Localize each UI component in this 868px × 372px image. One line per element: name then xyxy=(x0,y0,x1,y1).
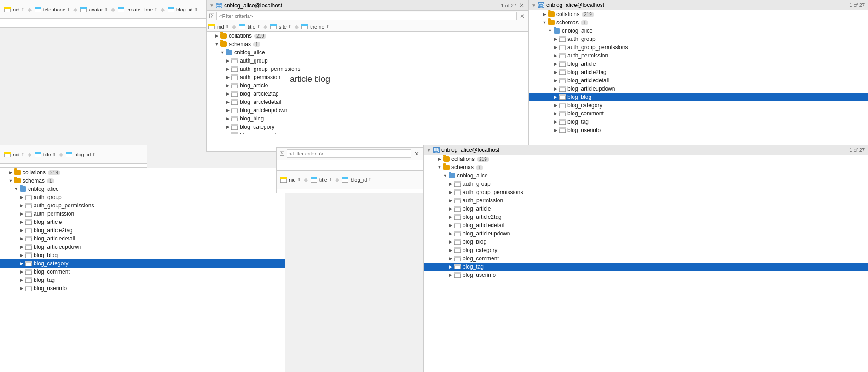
tree-item-blog-blog[interactable]: ▶ blog_blog xyxy=(207,114,528,123)
tr-collations[interactable]: ▶ collations 219 xyxy=(529,10,868,18)
tr-auth-permission[interactable]: ▶ auth_permission xyxy=(529,52,868,60)
br-blog-article[interactable]: ▶ blog_article xyxy=(424,205,868,213)
cnblog-alice-icon xyxy=(226,50,232,55)
col-avatar: avatar ⬆ xyxy=(80,7,108,12)
br-blog-article2tag[interactable]: ▶ blog_article2tag xyxy=(424,213,868,221)
tree-item-blog-articledetail[interactable]: ▶ blog_articledetail xyxy=(207,98,528,106)
tr-cnblog-alice[interactable]: ▼ cnblog_alice xyxy=(529,27,868,35)
bl-col-nid-sort[interactable]: ⬆ xyxy=(21,152,25,157)
tree-item-auth-group[interactable]: ▶ auth_group xyxy=(207,57,528,65)
bm-col-blogid-sort[interactable]: ⬆ xyxy=(368,177,372,182)
br-blog-category[interactable]: ▶ blog_category xyxy=(424,246,868,254)
bl-col-blogid-sort[interactable]: ⬆ xyxy=(92,152,96,157)
bm-col-nid: nid ⬆ xyxy=(280,177,301,183)
top-middle-filter-close[interactable]: ✕ xyxy=(519,13,526,20)
tr-blog-category[interactable]: ▶ blog_category xyxy=(529,101,868,109)
br-db-title: cnblog_alice@localhost xyxy=(441,147,847,153)
bottom-middle-filter-panel: ⚿ ✕ xyxy=(276,147,423,170)
tr-auth-group[interactable]: ▶ auth_group xyxy=(529,35,868,43)
bm-filter-input[interactable] xyxy=(287,149,411,158)
blog-category-label: blog_category xyxy=(240,124,274,130)
bl-blog-blog[interactable]: ▶ blog_blog xyxy=(0,251,285,259)
br-blog-blog[interactable]: ▶ blog_blog xyxy=(424,238,868,246)
tr-auth-group-perm[interactable]: ▶ auth_group_permissions xyxy=(529,43,868,52)
col-blogid-sort[interactable]: ⬆ xyxy=(194,7,198,12)
br-collations[interactable]: ▶ collations 219 xyxy=(424,155,868,163)
br-schemas[interactable]: ▼ schemas 1 xyxy=(424,163,868,172)
bl-auth-permission[interactable]: ▶ auth_permission xyxy=(0,210,285,218)
svg-rect-114 xyxy=(311,177,317,179)
bl-blog-comment[interactable]: ▶ blog_comment xyxy=(0,268,285,276)
top-right-tree: ▶ collations 219 ▼ schemas 1 ▼ cnblog_al… xyxy=(529,10,868,148)
tr-blog-tag[interactable]: ▶ blog_tag xyxy=(529,118,868,126)
bl-blog-articledetail[interactable]: ▶ blog_articledetail xyxy=(0,235,285,243)
bl-blog-article[interactable]: ▶ blog_article xyxy=(0,218,285,226)
svg-rect-137 xyxy=(454,239,461,241)
tr-blog-blog[interactable]: ▶ blog_blog xyxy=(529,93,868,101)
col-createtime-sort[interactable]: ⬆ xyxy=(154,7,158,12)
tree-item-blog-category[interactable]: ▶ blog_category xyxy=(207,123,528,131)
bl-blog-category[interactable]: ▶ blog_category xyxy=(0,259,285,268)
br-blog-tag[interactable]: ▶ blog_tag xyxy=(424,263,868,271)
bm-col-title-sort[interactable]: ⬆ xyxy=(329,177,332,182)
svg-rect-141 xyxy=(454,256,461,258)
tr-schemas[interactable]: ▼ schemas 1 xyxy=(529,18,868,27)
collations-badge: 219 xyxy=(254,34,266,39)
br-cnblog-alice[interactable]: ▼ cnblog_alice xyxy=(424,172,868,180)
svg-rect-84 xyxy=(35,152,41,154)
tm-col-theme: theme ⬆ xyxy=(301,24,330,29)
bl-blog-userinfo[interactable]: ▶ blog_userinfo xyxy=(0,284,285,292)
tr-blog-comment[interactable]: ▶ blog_comment xyxy=(529,109,868,118)
tree-item-blog-comment[interactable]: ▶ blog_comment xyxy=(207,131,528,134)
top-middle-filter-bar: ⚿ ✕ xyxy=(207,11,528,22)
tree-item-auth-group-perm[interactable]: ▶ auth_group_permissions xyxy=(207,65,528,73)
tm-col-site-sort[interactable]: ⬆ xyxy=(288,24,292,29)
bl-col-title-sort[interactable]: ⬆ xyxy=(52,152,56,157)
tree-item-blog-article2tag[interactable]: ▶ blog_article2tag xyxy=(207,90,528,98)
br-auth-permission[interactable]: ▶ auth_permission xyxy=(424,196,868,205)
top-middle-filter-input[interactable] xyxy=(216,12,517,20)
bm-col-nid-sort[interactable]: ⬆ xyxy=(297,177,301,182)
tr-blog-articledetail[interactable]: ▶ blog_articledetail xyxy=(529,76,868,85)
top-middle-header: ▼ cnblog_alice@localhost 1 of 27 ✕ xyxy=(207,0,528,11)
auth-group-perm-arrow: ▶ xyxy=(225,67,231,71)
tr-blog-articleupdown[interactable]: ▶ blog_articleupdown xyxy=(529,85,868,93)
tree-item-blog-articleupdown[interactable]: ▶ blog_articleupdown xyxy=(207,106,528,114)
tm-col-nid-sort[interactable]: ⬆ xyxy=(226,24,229,29)
br-auth-group-perm[interactable]: ▶ auth_group_permissions xyxy=(424,188,868,196)
tree-item-blog-article[interactable]: ▶ blog_article xyxy=(207,81,528,90)
tree-item-auth-permission[interactable]: ▶ auth_permission xyxy=(207,73,528,81)
bl-collations[interactable]: ▶ collations 219 xyxy=(0,168,285,177)
bm-filter-close[interactable]: ✕ xyxy=(413,150,420,157)
bl-auth-group-perm[interactable]: ▶ auth_group_permissions xyxy=(0,201,285,210)
tree-item-collations[interactable]: ▶ collations 219 xyxy=(207,32,528,40)
top-middle-close-button[interactable]: ✕ xyxy=(518,2,525,9)
bl-auth-group[interactable]: ▶ auth_group xyxy=(0,193,285,201)
auth-group-perm-label: auth_group_permissions xyxy=(240,66,300,72)
br-blog-articleupdown[interactable]: ▶ blog_articleupdown xyxy=(424,229,868,238)
tm-col-theme-sort[interactable]: ⬆ xyxy=(326,24,330,29)
bl-blog-articleupdown[interactable]: ▶ blog_articleupdown xyxy=(0,243,285,251)
blog-comment-arrow: ▶ xyxy=(225,133,231,134)
bl-cnblog-alice[interactable]: ▼ cnblog_alice xyxy=(0,185,285,193)
tr-blog-article[interactable]: ▶ blog_article xyxy=(529,60,868,68)
col-telephone-sort[interactable]: ⬆ xyxy=(67,7,70,12)
bl-blog-article2tag[interactable]: ▶ blog_article2tag xyxy=(0,226,285,235)
col-nid-sort[interactable]: ⬆ xyxy=(21,7,25,12)
tree-item-schemas[interactable]: ▼ schemas 1 xyxy=(207,40,528,48)
br-auth-group[interactable]: ▶ auth_group xyxy=(424,180,868,188)
tr-blog-article2tag[interactable]: ▶ blog_article2tag xyxy=(529,68,868,76)
top-middle-col-headers: nid ⬆ ◆ title ⬆ ◆ site ⬆ ◆ theme ⬆ xyxy=(207,22,528,32)
bl-col-blog-id: blog_id ⬆ xyxy=(66,152,96,157)
tree-item-cnblog-alice[interactable]: ▼ cnblog_alice xyxy=(207,48,528,57)
bl-blog-tag[interactable]: ▶ blog_tag xyxy=(0,276,285,284)
br-blog-comment[interactable]: ▶ blog_comment xyxy=(424,254,868,263)
tm-col-nid: nid ⬆ xyxy=(208,24,229,29)
tr-blog-userinfo[interactable]: ▶ blog_userinfo xyxy=(529,126,868,134)
tm-col-title-sort[interactable]: ⬆ xyxy=(257,24,260,29)
bl-schemas[interactable]: ▼ schemas 1 xyxy=(0,177,285,185)
br-blog-articledetail[interactable]: ▶ blog_articledetail xyxy=(424,221,868,229)
collations-folder-icon xyxy=(220,33,227,39)
col-avatar-sort[interactable]: ⬆ xyxy=(104,7,108,12)
br-blog-userinfo[interactable]: ▶ blog_userinfo xyxy=(424,271,868,279)
